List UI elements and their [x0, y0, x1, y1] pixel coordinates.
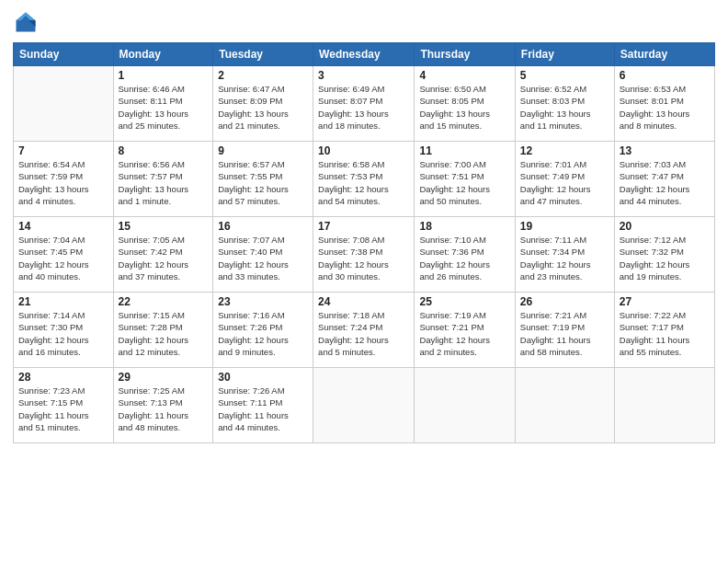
day-number: 11: [419, 144, 509, 157]
day-info: Sunrise: 7:07 AM Sunset: 7:40 PM Dayligh…: [218, 234, 308, 282]
day-info: Sunrise: 6:49 AM Sunset: 8:07 PM Dayligh…: [318, 83, 409, 132]
day-info: Sunrise: 6:54 AM Sunset: 7:59 PM Dayligh…: [18, 158, 108, 207]
day-number: 29: [119, 371, 209, 384]
day-number: 22: [119, 295, 209, 308]
day-cell: 4Sunrise: 6:50 AM Sunset: 8:05 PM Daylig…: [415, 66, 515, 142]
day-cell: 15Sunrise: 7:05 AM Sunset: 7:42 PM Dayli…: [113, 217, 213, 293]
day-cell: [14, 66, 114, 142]
day-cell: 27Sunrise: 7:22 AM Sunset: 7:17 PM Dayli…: [614, 293, 714, 368]
day-info: Sunrise: 7:16 AM Sunset: 7:26 PM Dayligh…: [218, 309, 308, 358]
logo: [13, 9, 42, 35]
day-cell: 30Sunrise: 7:26 AM Sunset: 7:11 PM Dayli…: [213, 368, 313, 443]
day-cell: 22Sunrise: 7:15 AM Sunset: 7:28 PM Dayli…: [113, 293, 213, 368]
day-info: Sunrise: 7:14 AM Sunset: 7:30 PM Dayligh…: [18, 309, 108, 358]
day-number: 28: [18, 371, 108, 384]
day-info: Sunrise: 7:26 AM Sunset: 7:11 PM Dayligh…: [218, 385, 308, 433]
day-cell: 23Sunrise: 7:16 AM Sunset: 7:26 PM Dayli…: [213, 293, 313, 368]
day-header-thursday: Thursday: [415, 43, 515, 66]
header: [13, 9, 715, 35]
day-cell: 28Sunrise: 7:23 AM Sunset: 7:15 PM Dayli…: [14, 368, 114, 443]
day-number: 18: [419, 220, 509, 233]
day-cell: 29Sunrise: 7:25 AM Sunset: 7:13 PM Dayli…: [113, 368, 213, 443]
header-row: SundayMondayTuesdayWednesdayThursdayFrid…: [14, 43, 715, 66]
day-cell: [614, 368, 714, 443]
day-cell: 14Sunrise: 7:04 AM Sunset: 7:45 PM Dayli…: [14, 217, 114, 293]
day-info: Sunrise: 7:04 AM Sunset: 7:45 PM Dayligh…: [18, 234, 108, 282]
day-info: Sunrise: 7:05 AM Sunset: 7:42 PM Dayligh…: [119, 234, 209, 282]
day-info: Sunrise: 7:18 AM Sunset: 7:24 PM Dayligh…: [318, 309, 409, 358]
day-number: 6: [620, 69, 710, 82]
calendar: SundayMondayTuesdayWednesdayThursdayFrid…: [13, 42, 715, 443]
day-info: Sunrise: 6:58 AM Sunset: 7:53 PM Dayligh…: [318, 158, 409, 207]
day-header-wednesday: Wednesday: [313, 43, 415, 66]
day-info: Sunrise: 7:08 AM Sunset: 7:38 PM Dayligh…: [318, 234, 409, 282]
day-info: Sunrise: 7:11 AM Sunset: 7:34 PM Dayligh…: [520, 234, 609, 282]
day-info: Sunrise: 7:19 AM Sunset: 7:21 PM Dayligh…: [419, 309, 509, 358]
page: SundayMondayTuesdayWednesdayThursdayFrid…: [0, 0, 728, 563]
day-cell: 16Sunrise: 7:07 AM Sunset: 7:40 PM Dayli…: [213, 217, 313, 293]
day-cell: 5Sunrise: 6:52 AM Sunset: 8:03 PM Daylig…: [515, 66, 614, 142]
day-cell: 1Sunrise: 6:46 AM Sunset: 8:11 PM Daylig…: [113, 66, 213, 142]
day-info: Sunrise: 7:25 AM Sunset: 7:13 PM Dayligh…: [119, 385, 209, 433]
day-number: 24: [318, 295, 409, 308]
day-info: Sunrise: 7:15 AM Sunset: 7:28 PM Dayligh…: [119, 309, 209, 358]
day-number: 8: [119, 144, 209, 157]
week-row-5: 28Sunrise: 7:23 AM Sunset: 7:15 PM Dayli…: [14, 368, 715, 443]
day-cell: 19Sunrise: 7:11 AM Sunset: 7:34 PM Dayli…: [515, 217, 614, 293]
day-number: 20: [620, 220, 710, 233]
day-number: 23: [218, 295, 308, 308]
day-cell: [313, 368, 415, 443]
day-number: 9: [218, 144, 308, 157]
day-number: 12: [520, 144, 609, 157]
day-cell: 2Sunrise: 6:47 AM Sunset: 8:09 PM Daylig…: [213, 66, 313, 142]
day-number: 16: [218, 220, 308, 233]
day-header-monday: Monday: [113, 43, 213, 66]
day-cell: 6Sunrise: 6:53 AM Sunset: 8:01 PM Daylig…: [614, 66, 714, 142]
day-info: Sunrise: 7:22 AM Sunset: 7:17 PM Dayligh…: [620, 309, 710, 358]
day-cell: 13Sunrise: 7:03 AM Sunset: 7:47 PM Dayli…: [614, 142, 714, 217]
day-info: Sunrise: 6:57 AM Sunset: 7:55 PM Dayligh…: [218, 158, 308, 207]
day-number: 13: [620, 144, 710, 157]
day-info: Sunrise: 7:10 AM Sunset: 7:36 PM Dayligh…: [419, 234, 509, 282]
day-cell: 8Sunrise: 6:56 AM Sunset: 7:57 PM Daylig…: [113, 142, 213, 217]
day-number: 25: [419, 295, 509, 308]
day-cell: 3Sunrise: 6:49 AM Sunset: 8:07 PM Daylig…: [313, 66, 415, 142]
week-row-4: 21Sunrise: 7:14 AM Sunset: 7:30 PM Dayli…: [14, 293, 715, 368]
day-number: 27: [620, 295, 710, 308]
day-cell: 26Sunrise: 7:21 AM Sunset: 7:19 PM Dayli…: [515, 293, 614, 368]
logo-icon: [13, 9, 39, 35]
day-number: 21: [18, 295, 108, 308]
day-info: Sunrise: 7:23 AM Sunset: 7:15 PM Dayligh…: [18, 385, 108, 433]
day-cell: [415, 368, 515, 443]
day-number: 2: [218, 69, 308, 82]
day-number: 3: [318, 69, 409, 82]
day-number: 5: [520, 69, 609, 82]
day-info: Sunrise: 7:00 AM Sunset: 7:51 PM Dayligh…: [419, 158, 509, 207]
day-cell: 25Sunrise: 7:19 AM Sunset: 7:21 PM Dayli…: [415, 293, 515, 368]
day-cell: 24Sunrise: 7:18 AM Sunset: 7:24 PM Dayli…: [313, 293, 415, 368]
day-number: 15: [119, 220, 209, 233]
week-row-1: 1Sunrise: 6:46 AM Sunset: 8:11 PM Daylig…: [14, 66, 715, 142]
day-number: 4: [419, 69, 509, 82]
day-info: Sunrise: 6:53 AM Sunset: 8:01 PM Dayligh…: [620, 83, 710, 132]
day-number: 7: [18, 144, 108, 157]
day-info: Sunrise: 6:46 AM Sunset: 8:11 PM Dayligh…: [119, 83, 209, 132]
day-header-sunday: Sunday: [14, 43, 114, 66]
day-header-tuesday: Tuesday: [213, 43, 313, 66]
day-info: Sunrise: 7:12 AM Sunset: 7:32 PM Dayligh…: [620, 234, 710, 282]
day-info: Sunrise: 7:21 AM Sunset: 7:19 PM Dayligh…: [520, 309, 609, 358]
day-cell: 21Sunrise: 7:14 AM Sunset: 7:30 PM Dayli…: [14, 293, 114, 368]
day-info: Sunrise: 7:01 AM Sunset: 7:49 PM Dayligh…: [520, 158, 609, 207]
day-number: 1: [119, 69, 209, 82]
day-cell: 11Sunrise: 7:00 AM Sunset: 7:51 PM Dayli…: [415, 142, 515, 217]
day-number: 10: [318, 144, 409, 157]
day-header-friday: Friday: [515, 43, 614, 66]
day-cell: 10Sunrise: 6:58 AM Sunset: 7:53 PM Dayli…: [313, 142, 415, 217]
day-number: 17: [318, 220, 409, 233]
day-cell: 18Sunrise: 7:10 AM Sunset: 7:36 PM Dayli…: [415, 217, 515, 293]
day-header-saturday: Saturday: [614, 43, 714, 66]
day-cell: 9Sunrise: 6:57 AM Sunset: 7:55 PM Daylig…: [213, 142, 313, 217]
day-cell: 17Sunrise: 7:08 AM Sunset: 7:38 PM Dayli…: [313, 217, 415, 293]
day-number: 26: [520, 295, 609, 308]
day-cell: [515, 368, 614, 443]
